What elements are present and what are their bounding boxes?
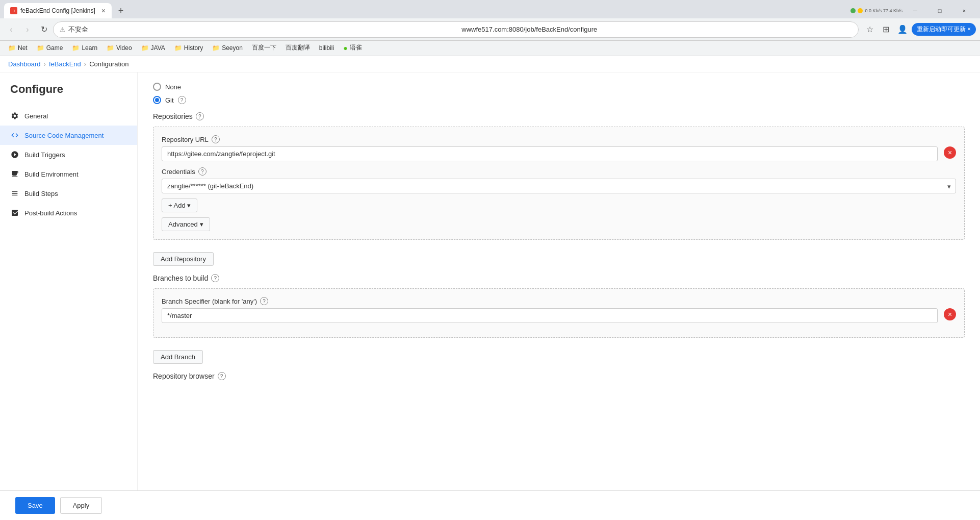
add-branch-button[interactable]: Add Branch <box>153 350 203 364</box>
credentials-field-group: Credentials ? zangtie/****** (git-feBack… <box>162 167 956 193</box>
bookmark-translate[interactable]: 百度翻译 <box>281 42 314 53</box>
post-build-icon <box>10 208 19 217</box>
tab-favicon: J <box>10 7 17 14</box>
bookmark-seeyon[interactable]: 📁 Seeyon <box>208 43 247 53</box>
bookmark-game[interactable]: 📁 Game <box>33 43 67 53</box>
credentials-select-wrapper: zangtie/****** (git-feBackEnd) <box>162 179 956 193</box>
branch-section-box: Branch Specifier (blank for 'any') ? × <box>153 288 965 338</box>
sidebar: Configure General Source Code Management… <box>0 72 138 516</box>
triggers-icon <box>10 150 19 159</box>
address-bar[interactable]: ⚠ 不安全 wwwfe517.com:8080/job/feBackEnd/co… <box>53 21 859 38</box>
browser-chrome: J feBackEnd Config [Jenkins] × + 0.0 Kb/… <box>0 0 980 56</box>
folder-icon: 📁 <box>37 44 44 52</box>
bookmark-label: Net <box>18 44 28 52</box>
maximize-button[interactable]: □ <box>928 3 951 18</box>
sidebar-item-steps[interactable]: Build Steps <box>0 184 137 203</box>
footer-spacer <box>153 380 965 411</box>
branches-help-icon[interactable]: ? <box>211 274 219 282</box>
git-radio-circle[interactable] <box>153 96 161 104</box>
remove-branch-button[interactable]: × <box>944 308 956 320</box>
traffic-speed: 0.0 Kb/s 77.4 Kb/s <box>865 8 902 13</box>
branch-field-group: Branch Specifier (blank for 'any') ? <box>162 297 938 323</box>
repository-section-box: Repository URL ? × Credentials ? <box>153 127 965 240</box>
nav-bar: ‹ › ↻ ⚠ 不安全 wwwfe517.com:8080/job/feBack… <box>0 18 980 41</box>
close-window-button[interactable]: × <box>952 3 976 18</box>
sidebar-item-scm[interactable]: Source Code Management <box>0 126 137 145</box>
tab-title: feBackEnd Config [Jenkins] <box>20 7 95 14</box>
sidebar-item-general-label: General <box>24 112 48 120</box>
bookmark-baidu[interactable]: 百度一下 <box>248 42 280 53</box>
git-help-icon[interactable]: ? <box>178 96 186 104</box>
steps-icon <box>10 189 19 198</box>
sidebar-item-post-build[interactable]: Post-build Actions <box>0 203 137 222</box>
advanced-btn-wrapper: Advanced ▾ <box>162 217 956 231</box>
add-button[interactable]: + Add ▾ <box>162 199 197 212</box>
page-content: Dashboard › feBackEnd › Configuration Co… <box>0 56 980 520</box>
sidebar-item-post-build-label: Post-build Actions <box>24 209 77 217</box>
apply-button[interactable]: Apply <box>60 497 102 514</box>
branch-specifier-label: Branch Specifier (blank for 'any') ? <box>162 297 938 305</box>
sidebar-item-steps-label: Build Steps <box>24 190 58 197</box>
back-button[interactable]: ‹ <box>4 22 18 37</box>
remove-repo-button[interactable]: × <box>944 146 956 159</box>
breadcrumb-dashboard[interactable]: Dashboard <box>8 60 41 68</box>
repositories-help-icon[interactable]: ? <box>196 112 204 120</box>
bookmark-net[interactable]: 📁 Net <box>4 43 32 53</box>
nav-right-controls: ☆ ⊞ 👤 重新启动即可更新 × <box>863 22 976 37</box>
none-radio-option[interactable]: None <box>153 83 965 91</box>
green-dot <box>850 8 856 13</box>
bookmark-java[interactable]: 📁 JAVA <box>137 43 169 53</box>
close-tab-button[interactable]: × <box>101 7 106 15</box>
save-button[interactable]: Save <box>15 497 55 514</box>
bookmark-video[interactable]: 📁 Video <box>102 43 136 53</box>
general-icon <box>10 111 19 120</box>
branch-header-row: Branch Specifier (blank for 'any') ? × <box>162 297 956 323</box>
branch-specifier-help-icon[interactable]: ? <box>260 297 268 305</box>
forward-button[interactable]: › <box>20 22 35 37</box>
sidebar-item-triggers-label: Build Triggers <box>24 151 65 159</box>
bookmark-label: bilibili <box>319 44 334 52</box>
url-display[interactable]: wwwfe517.com:8080/job/feBackEnd/configur… <box>461 26 852 33</box>
yellow-dot <box>858 8 863 13</box>
bookmark-history[interactable]: 📁 History <box>170 43 207 53</box>
sidebar-item-scm-label: Source Code Management <box>24 132 104 139</box>
branch-specifier-input[interactable] <box>162 308 938 323</box>
refresh-button[interactable]: ↻ <box>37 22 51 37</box>
add-repository-button[interactable]: Add Repository <box>153 252 214 266</box>
active-tab[interactable]: J feBackEnd Config [Jenkins] × <box>4 3 112 18</box>
folder-icon: 📁 <box>107 44 114 52</box>
bookmark-label: Learn <box>82 44 97 52</box>
profile-button[interactable]: 👤 <box>895 22 910 37</box>
repo-url-help-icon[interactable]: ? <box>212 135 220 143</box>
repo-url-input[interactable] <box>162 146 938 161</box>
git-radio-option[interactable]: Git ? <box>153 96 965 104</box>
sidebar-item-triggers[interactable]: Build Triggers <box>0 145 137 164</box>
new-tab-button[interactable]: + <box>114 4 128 18</box>
advanced-button[interactable]: Advanced ▾ <box>162 217 210 231</box>
branches-to-build-label: Branches to build ? <box>153 274 965 282</box>
bookmarks-bar: 📁 Net 📁 Game 📁 Learn 📁 Video 📁 JAVA 📁 Hi… <box>0 41 980 56</box>
bookmark-button[interactable]: ☆ <box>863 22 877 37</box>
folder-icon: 📁 <box>141 44 149 52</box>
breadcrumb-sep-1: › <box>44 60 46 68</box>
folder-icon: 📁 <box>174 44 182 52</box>
bookmark-yuque[interactable]: ● 语雀 <box>339 42 366 53</box>
sidebar-item-environment[interactable]: Build Environment <box>0 164 137 184</box>
credentials-select[interactable]: zangtie/****** (git-feBackEnd) <box>162 179 956 193</box>
bookmark-learn[interactable]: 📁 Learn <box>68 43 101 53</box>
extensions-button[interactable]: ⊞ <box>879 22 893 37</box>
bookmark-label: History <box>184 44 203 52</box>
repo-browser-help-icon[interactable]: ? <box>218 372 226 380</box>
sidebar-item-environment-label: Build Environment <box>24 170 79 178</box>
bookmark-bilibili[interactable]: bilibili <box>315 43 338 53</box>
breadcrumb-febackend[interactable]: feBackEnd <box>49 60 81 68</box>
minimize-button[interactable]: ─ <box>904 3 927 18</box>
sidebar-item-general[interactable]: General <box>0 106 137 126</box>
environment-icon <box>10 169 19 179</box>
update-button[interactable]: 重新启动即可更新 × <box>912 23 976 36</box>
add-btn-wrapper: + Add ▾ <box>162 199 956 212</box>
sidebar-title: Configure <box>0 83 137 106</box>
folder-icon: 📁 <box>72 44 80 52</box>
credentials-help-icon[interactable]: ? <box>198 167 207 176</box>
none-radio-circle[interactable] <box>153 83 161 91</box>
